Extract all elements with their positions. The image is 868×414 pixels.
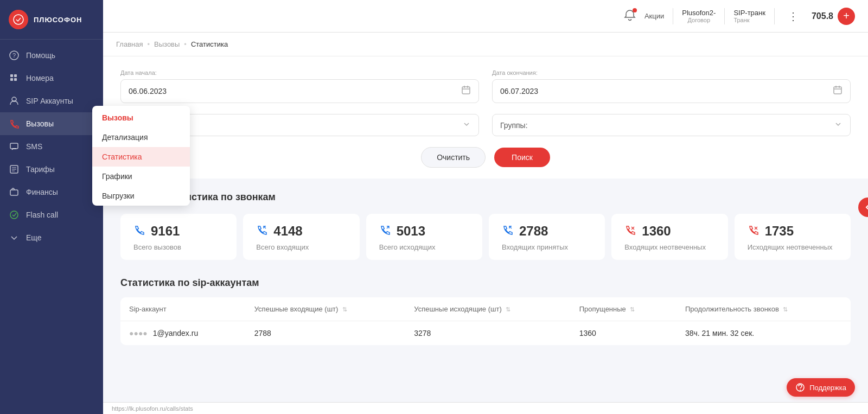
trunk-label: Транк [733, 17, 749, 23]
stat-icon-incoming [256, 224, 268, 239]
end-date-input[interactable]: 06.07.2023 [492, 79, 851, 103]
dropdown-header: Вызовы [92, 106, 190, 128]
header-balance: 705.8 + [812, 8, 855, 25]
cell-incoming: 2788 [246, 321, 406, 346]
sidebar-item-label-help: Помощь [26, 51, 55, 60]
dropdown-item-charts[interactable]: Графики [92, 167, 190, 186]
cell-account: ●●●● 1@yandex.ru [120, 321, 246, 346]
help-icon: ? [9, 50, 20, 61]
account-email: 1@yandex.ru [153, 329, 198, 337]
col-header-incoming-success[interactable]: Успешные входящие (шт) ⇅ [246, 297, 406, 321]
svg-rect-6 [14, 78, 17, 81]
stat-top-outgoing-missed: 1735 [748, 224, 838, 239]
end-date-value: 06.07.2023 [500, 87, 538, 95]
stat-label-incoming-missed: Входящих неотвеченных [624, 243, 714, 251]
sidebar-item-label-more: Еще [26, 233, 42, 242]
trunk-name: SIP-транк [733, 9, 765, 17]
svg-rect-12 [462, 87, 470, 94]
breadcrumb-home[interactable]: Главная [116, 40, 143, 48]
flash-icon [9, 209, 20, 220]
breadcrumb: Главная • Вызовы • Статистика [103, 33, 868, 56]
svg-rect-5 [10, 78, 13, 81]
svg-rect-4 [14, 74, 17, 77]
end-date-label: Дата окончания: [492, 69, 851, 76]
stat-icon-incoming-missed [624, 224, 636, 239]
col-header-account[interactable]: Sip-аккаунт [120, 297, 246, 321]
dropdown-item-export[interactable]: Выгрузки [92, 186, 190, 206]
stat-icon-incoming-answered [502, 224, 514, 239]
numbers-icon [9, 73, 20, 84]
filter-section: Дата начала: 06.06.2023 Дата окончания: … [103, 56, 868, 179]
table-row: ●●●● 1@yandex.ru 2788 3278 1360 38ч. 21 … [120, 321, 851, 346]
stat-card-outgoing: 5013 Всего исходящих [366, 214, 482, 260]
breadcrumb-sep-2: • [184, 40, 187, 48]
sms-icon [9, 141, 20, 152]
balance-add-button[interactable]: + [838, 8, 855, 25]
support-button[interactable]: Поддержка [787, 378, 855, 397]
sidebar-item-label-sip: SIP Аккаунты [26, 97, 73, 105]
calendar-icon-end [833, 85, 843, 97]
svg-text:?: ? [12, 52, 16, 59]
search-button[interactable]: Поиск [494, 148, 550, 167]
dropdown-item-detail[interactable]: Детализация [92, 128, 190, 147]
stat-number-incoming: 4148 [273, 224, 302, 239]
sidebar-item-label-finance: Финансы [26, 188, 58, 196]
contract-label: Договор [688, 17, 711, 23]
cell-missed: 1360 [571, 321, 676, 346]
sidebar: ПЛЮСОФОН ? Помощь Номера SIP Аккаунты [0, 0, 103, 414]
filter-row-dates: Дата начала: 06.06.2023 Дата окончания: … [120, 69, 851, 103]
col-header-missed[interactable]: Пропущенные ⇅ [571, 297, 676, 321]
groups-select[interactable]: Группы: [492, 114, 851, 136]
sidebar-item-sip[interactable]: SIP Аккаунты [0, 90, 103, 112]
calls-icon [9, 118, 20, 129]
groups-label: Группы: [500, 121, 528, 130]
start-date-value: 06.06.2023 [129, 87, 167, 95]
header-actions-link[interactable]: Акции [644, 12, 664, 20]
breadcrumb-calls[interactable]: Вызовы [154, 40, 180, 48]
stat-label-total: Всего вызовов [133, 243, 224, 251]
dropdown-item-stats[interactable]: Статистика [92, 147, 190, 167]
sort-icon-incoming: ⇅ [342, 306, 347, 313]
groups-chevron [834, 120, 843, 130]
sidebar-item-finance[interactable]: Финансы [0, 181, 103, 203]
col-header-outgoing-success[interactable]: Успешные исходящие (шт) ⇅ [405, 297, 570, 321]
tariffs-icon [9, 164, 20, 175]
stat-card-incoming-missed: 1360 Входящих неотвеченных [611, 214, 727, 260]
calls-dropdown-menu: Вызовы Детализация Статистика Графики Вы… [92, 106, 190, 206]
stat-top-total: 9161 [133, 224, 224, 239]
stat-number-outgoing-missed: 1735 [765, 224, 794, 239]
stat-label-outgoing-missed: Исходящих неотвеченных [748, 243, 838, 251]
stat-top-incoming-missed: 1360 [624, 224, 714, 239]
stat-number-incoming-answered: 2788 [519, 224, 548, 239]
sidebar-item-tariffs[interactable]: Тарифы [0, 158, 103, 181]
notification-dot [633, 8, 637, 12]
sidebar-item-label-sms: SMS [26, 142, 42, 151]
filter-end-date: Дата окончания: 06.07.2023 [492, 69, 851, 103]
summary-stats-title: Сводная статистика по звонкам [120, 192, 851, 203]
stat-card-incoming: 4148 Всего входящих [243, 214, 359, 260]
sidebar-item-label-flash: Flash call [26, 211, 58, 219]
clear-button[interactable]: Очистить [421, 147, 486, 168]
sidebar-item-flash[interactable]: Flash call [0, 203, 103, 226]
sidebar-item-help[interactable]: ? Помощь [0, 44, 103, 67]
logo-text: ПЛЮСОФОН [34, 16, 82, 24]
header-separator-3 [774, 8, 775, 24]
balance-amount: 705.8 [812, 11, 833, 21]
notification-button[interactable] [624, 9, 636, 23]
sort-icon-duration: ⇅ [783, 306, 788, 313]
svg-rect-10 [10, 190, 18, 195]
stats-cards: 9161 Всего вызовов 4148 Всего входящих [120, 214, 851, 260]
header-menu-dots[interactable]: ⋮ [788, 10, 799, 23]
start-date-input[interactable]: 06.06.2023 [120, 79, 479, 103]
stat-label-outgoing: Всего исходящих [379, 243, 469, 251]
sidebar-item-numbers[interactable]: Номера [0, 67, 103, 90]
sip-accounts-chevron [462, 120, 471, 130]
sidebar-item-sms[interactable]: SMS [0, 135, 103, 158]
stat-icon-outgoing [379, 224, 391, 239]
filter-groups: Группы: [492, 114, 851, 136]
stat-card-incoming-answered: 2788 Входящих принятых [489, 214, 605, 260]
sidebar-item-calls[interactable]: Вызовы [0, 112, 103, 135]
sidebar-item-more[interactable]: Еще [0, 226, 103, 249]
col-header-duration[interactable]: Продолжительность звонков ⇅ [676, 297, 851, 321]
cell-outgoing: 3278 [405, 321, 570, 346]
